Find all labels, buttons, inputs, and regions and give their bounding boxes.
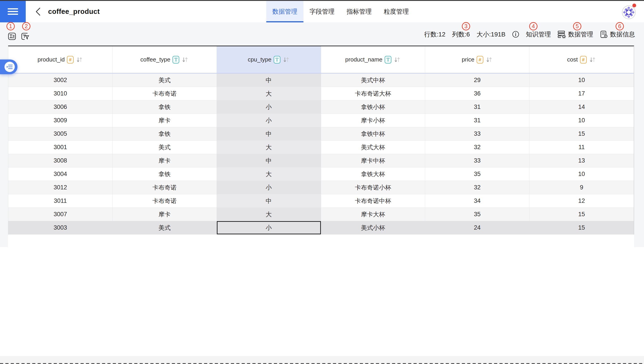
cell-coffee_type[interactable]: 卡布奇诺 [113, 181, 217, 194]
tab-1[interactable]: 字段管理 [303, 1, 341, 22]
cell-product_name[interactable]: 拿铁中杯 [321, 127, 425, 140]
cell-cost[interactable]: 12 [529, 194, 634, 208]
cell-cpu_type[interactable]: 中 [217, 74, 321, 87]
cell-product_name[interactable]: 美式大杯 [321, 141, 425, 154]
cell-coffee_type[interactable]: 美式 [113, 221, 217, 234]
sort-icon[interactable] [283, 56, 290, 63]
sort-icon[interactable] [589, 56, 596, 63]
tab-2[interactable]: 指标管理 [341, 1, 378, 22]
cell-product_id[interactable]: 3001 [8, 141, 113, 154]
cell-coffee_type[interactable]: 卡布奇诺 [113, 194, 217, 208]
cell-product_name[interactable]: 美式中杯 [321, 74, 425, 87]
data-manage-label: 数据管理 [568, 30, 593, 39]
side-panel-toggle-button[interactable] [0, 60, 18, 74]
cell-product_name[interactable]: 摩卡小杯 [321, 114, 425, 127]
cell-price[interactable]: 36 [425, 87, 529, 100]
data-manage-button[interactable]: 数据管理 [558, 30, 593, 39]
cell-coffee_type[interactable]: 拿铁 [113, 168, 217, 181]
cell-cost[interactable]: 17 [529, 87, 634, 100]
cell-price[interactable]: 35 [425, 208, 529, 221]
cell-product_id[interactable]: 3009 [8, 114, 113, 127]
sort-icon[interactable] [394, 56, 401, 63]
tab-3[interactable]: 粒度管理 [378, 1, 415, 22]
cell-price[interactable]: 33 [425, 154, 529, 167]
cell-product_id[interactable]: 3007 [8, 208, 113, 221]
cell-price[interactable]: 29 [425, 74, 529, 87]
column-header-cpu_type[interactable]: cpu_typeT [217, 46, 321, 73]
cell-cost[interactable]: 10 [529, 114, 634, 127]
tab-0[interactable]: 数据管理 [266, 1, 303, 22]
cell-price[interactable]: 31 [425, 100, 529, 114]
cell-cost[interactable]: 15 [529, 208, 634, 221]
cell-cpu_type[interactable]: 大 [217, 208, 321, 221]
data-info-button[interactable]: 数据信息 [600, 30, 635, 39]
cell-cost[interactable]: 10 [529, 168, 634, 181]
cell-coffee_type[interactable]: 卡布奇诺 [113, 87, 217, 100]
cell-coffee_type[interactable]: 拿铁 [113, 100, 217, 114]
cell-cost[interactable]: 15 [529, 221, 634, 234]
cell-coffee_type[interactable]: 拿铁 [113, 127, 217, 140]
cell-coffee_type[interactable]: 美式 [113, 74, 217, 87]
info-button[interactable] [512, 31, 519, 38]
cell-product_id[interactable]: 3010 [8, 87, 113, 100]
cell-cpu_type[interactable]: 小 [217, 221, 321, 234]
cell-product_id[interactable]: 3002 [8, 74, 113, 87]
back-button[interactable] [33, 7, 43, 16]
cell-product_name[interactable]: 摩卡大杯 [321, 208, 425, 221]
cell-product_id[interactable]: 3003 [8, 221, 113, 234]
cell-cpu_type[interactable]: 大 [217, 141, 321, 154]
cell-cpu_type[interactable]: 小 [217, 114, 321, 127]
sort-icon[interactable] [486, 56, 493, 63]
cell-cpu_type[interactable]: 大 [217, 87, 321, 100]
cell-cost[interactable]: 15 [529, 127, 634, 140]
cell-product_name[interactable]: 拿铁大杯 [321, 168, 425, 181]
text-format-button[interactable] [8, 33, 16, 40]
column-header-product_name[interactable]: product_nameT [321, 46, 425, 73]
cell-price[interactable]: 24 [425, 221, 529, 234]
cell-product_name[interactable]: 摩卡中杯 [321, 154, 425, 167]
cell-cpu_type[interactable]: 中 [217, 127, 321, 140]
cell-product_id[interactable]: 3006 [8, 100, 113, 114]
knowledge-manage-button[interactable]: 知识管理 [526, 30, 551, 39]
cell-price[interactable]: 35 [425, 168, 529, 181]
avatar[interactable] [622, 5, 636, 19]
cell-cpu_type[interactable]: 中 [217, 154, 321, 167]
cell-price[interactable]: 33 [425, 127, 529, 140]
cell-cpu_type[interactable]: 小 [217, 181, 321, 194]
cell-cost[interactable]: 13 [529, 154, 634, 167]
cell-cost[interactable]: 9 [529, 181, 634, 194]
cell-price[interactable]: 32 [425, 141, 529, 154]
cell-coffee_type[interactable]: 摩卡 [113, 114, 217, 127]
sort-icon[interactable] [76, 56, 83, 63]
cell-coffee_type[interactable]: 摩卡 [113, 154, 217, 167]
row-count: 行数:12 [424, 30, 446, 39]
cell-cpu_type[interactable]: 小 [217, 100, 321, 114]
cell-price[interactable]: 31 [425, 114, 529, 127]
cell-product_id[interactable]: 3008 [8, 154, 113, 167]
sort-icon[interactable] [181, 56, 189, 63]
cell-product_id[interactable]: 3011 [8, 194, 113, 208]
cell-cpu_type[interactable]: 大 [217, 168, 321, 181]
cell-price[interactable]: 34 [425, 194, 529, 208]
cell-cost[interactable]: 11 [529, 141, 634, 154]
text-filter-button[interactable] [21, 33, 29, 40]
column-header-cost[interactable]: cost# [529, 46, 634, 73]
cell-product_name[interactable]: 美式小杯 [321, 221, 425, 234]
column-header-product_id[interactable]: product_id# [8, 46, 113, 73]
cell-product_name[interactable]: 卡布奇诺大杯 [321, 87, 425, 100]
cell-coffee_type[interactable]: 美式 [113, 141, 217, 154]
cell-cost[interactable]: 14 [529, 100, 634, 114]
cell-product_name[interactable]: 卡布奇诺小杯 [321, 181, 425, 194]
cell-product_name[interactable]: 拿铁小杯 [321, 100, 425, 114]
column-header-price[interactable]: price# [425, 46, 529, 73]
cell-price[interactable]: 32 [425, 181, 529, 194]
cell-product_id[interactable]: 3004 [8, 168, 113, 181]
cell-product_id[interactable]: 3012 [8, 181, 113, 194]
cell-product_name[interactable]: 卡布奇诺中杯 [321, 194, 425, 208]
column-header-coffee_type[interactable]: coffee_typeT [113, 46, 217, 73]
cell-cpu_type[interactable]: 中 [217, 194, 321, 208]
cell-coffee_type[interactable]: 摩卡 [113, 208, 217, 221]
hamburger-menu-button[interactable] [0, 1, 26, 22]
cell-product_id[interactable]: 3005 [8, 127, 113, 140]
cell-cost[interactable]: 10 [529, 74, 634, 87]
